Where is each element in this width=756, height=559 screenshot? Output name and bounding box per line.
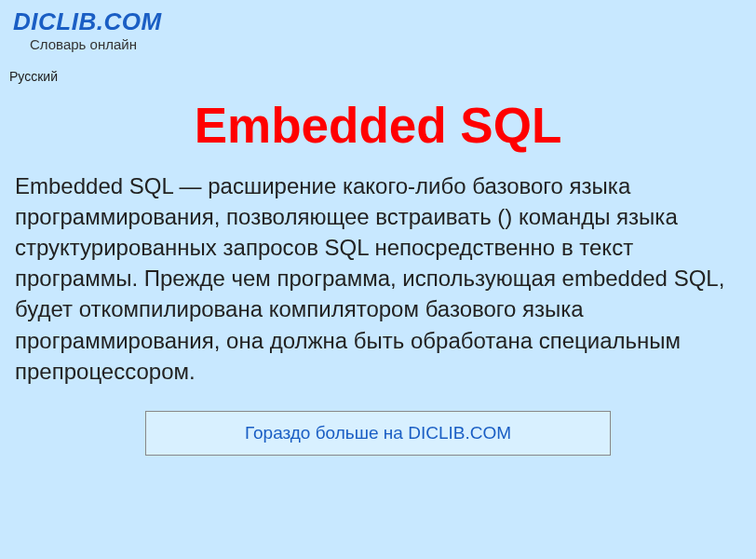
article-body: Embedded SQL — расширение какого-либо ба…: [15, 170, 741, 387]
page-title: Embedded SQL: [15, 97, 741, 154]
site-subtitle: Словарь онлайн: [30, 36, 743, 52]
cta-box[interactable]: Гораздо больше на DICLIB.COM: [145, 411, 611, 456]
site-title[interactable]: DICLIB.COM: [13, 7, 743, 36]
header: DICLIB.COM Словарь онлайн: [0, 0, 756, 56]
language-selector[interactable]: Русский: [9, 69, 756, 84]
main-content: Embedded SQL Embedded SQL — расширение к…: [0, 84, 756, 465]
cta-label: Гораздо больше на DICLIB.COM: [245, 423, 511, 443]
